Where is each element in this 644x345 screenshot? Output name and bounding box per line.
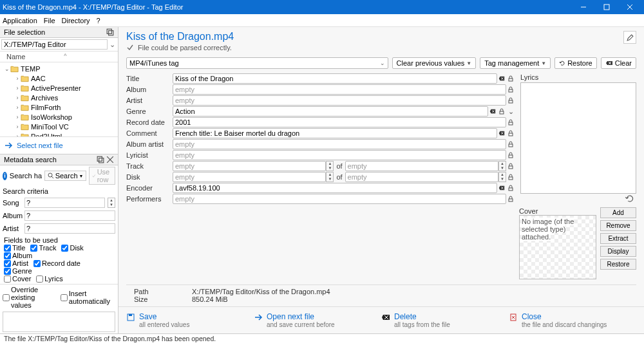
- lock-icon[interactable]: [506, 194, 515, 203]
- track-total-input[interactable]: empty: [345, 161, 498, 171]
- chevron-down-icon[interactable]: ⌄: [506, 107, 515, 116]
- chk-cover[interactable]: Cover: [4, 275, 31, 283]
- album-input[interactable]: [24, 210, 115, 221]
- minimize-button[interactable]: [572, 0, 595, 14]
- detach-icon[interactable]: [106, 28, 114, 36]
- action-delete[interactable]: Deleteall tags from the file: [381, 312, 509, 328]
- tree-name-header[interactable]: Name ^: [0, 51, 118, 62]
- album-input[interactable]: empty: [173, 84, 506, 95]
- close-panel-icon[interactable]: [106, 156, 114, 163]
- tree-node-temp[interactable]: ⌄ TEMP: [0, 64, 118, 73]
- path-chevron-icon[interactable]: ⌄: [108, 41, 117, 49]
- action-close[interactable]: Closethe file and discard changings: [509, 312, 636, 328]
- lyrics-textarea[interactable]: [520, 82, 636, 194]
- use-row-button[interactable]: Use row: [89, 167, 115, 185]
- artist-input[interactable]: empty: [173, 95, 506, 106]
- lock-icon[interactable]: [506, 129, 515, 138]
- tree-node[interactable]: ›ActivePresenter: [0, 83, 118, 93]
- expander-icon[interactable]: ›: [14, 75, 21, 82]
- cover-remove-button[interactable]: Remove: [600, 220, 636, 231]
- chk-track[interactable]: Track: [30, 244, 56, 252]
- tree-node[interactable]: ›IsoWorkshop: [0, 112, 118, 122]
- lock-icon[interactable]: [506, 85, 515, 94]
- lock-icon[interactable]: [506, 118, 515, 127]
- genre-input[interactable]: Action: [173, 106, 488, 117]
- albart-input[interactable]: empty: [173, 139, 506, 149]
- lyrics-panel: Lyrics: [520, 73, 636, 205]
- expander-icon[interactable]: ›: [14, 85, 21, 91]
- action-save[interactable]: Saveall entered values: [126, 312, 254, 328]
- chk-record-date[interactable]: Record date: [33, 259, 80, 267]
- maximize-button[interactable]: [595, 0, 618, 14]
- lock-icon[interactable]: [506, 183, 515, 192]
- track-input[interactable]: empty: [173, 161, 326, 171]
- lock-icon[interactable]: [506, 96, 515, 105]
- encoder-input[interactable]: Lavf58.19.100: [173, 183, 497, 193]
- detach-icon[interactable]: [97, 156, 104, 163]
- chk-album[interactable]: Album: [4, 252, 32, 259]
- recdate-input[interactable]: 2001: [173, 117, 506, 127]
- expander-icon[interactable]: ›: [14, 124, 21, 130]
- disk-input[interactable]: empty: [173, 172, 326, 182]
- menu-help[interactable]: ?: [97, 17, 100, 24]
- clear-field-icon[interactable]: [497, 74, 506, 83]
- chk-lyrics[interactable]: Lyrics: [36, 275, 62, 283]
- expander-icon[interactable]: ›: [14, 95, 21, 101]
- clear-button[interactable]: Clear: [601, 57, 636, 69]
- cover-restore-button[interactable]: Restore: [600, 259, 636, 270]
- chk-artist[interactable]: Artist: [4, 259, 28, 267]
- lock-icon[interactable]: [506, 74, 515, 83]
- file-tree[interactable]: ⌄ TEMP ›AAC›ActivePresenter›Archives›Fil…: [0, 62, 118, 136]
- comment-input[interactable]: French title: Le Baiser mortel du dragon: [173, 128, 497, 138]
- chk-title[interactable]: Title: [4, 244, 25, 252]
- restore-button[interactable]: Restore: [554, 57, 597, 69]
- path-input[interactable]: [1, 39, 108, 50]
- song-input[interactable]: [24, 198, 105, 208]
- cover-extract-button[interactable]: Extract: [600, 233, 636, 244]
- edit-title-button[interactable]: [623, 31, 636, 44]
- undo-icon[interactable]: [625, 195, 636, 203]
- artist-input[interactable]: [24, 223, 115, 234]
- clear-field-icon[interactable]: [488, 107, 497, 116]
- lock-icon[interactable]: [497, 107, 506, 116]
- lock-icon[interactable]: [506, 140, 515, 149]
- menu-directory[interactable]: Directory: [62, 17, 90, 24]
- menu-application[interactable]: Application: [3, 17, 37, 24]
- clear-previous-button[interactable]: Clear previous values▼: [392, 57, 477, 69]
- tree-node[interactable]: ›Archives: [0, 93, 118, 102]
- tag-type-select[interactable]: MP4/iTunes tag⌄: [126, 57, 388, 69]
- lock-icon[interactable]: [506, 172, 515, 182]
- search-button[interactable]: Search▼: [44, 171, 87, 181]
- perf-input[interactable]: empty: [173, 194, 506, 204]
- expander-icon[interactable]: ⌄: [4, 66, 10, 72]
- tree-node[interactable]: ›AAC: [0, 73, 118, 83]
- chk-override[interactable]: Override existing values: [3, 286, 55, 309]
- cover-add-button[interactable]: Add: [600, 207, 636, 218]
- song-stepper[interactable]: ▲▼: [108, 198, 115, 208]
- close-button[interactable]: [618, 0, 641, 14]
- action-open-next[interactable]: Open next fileand save current before: [254, 312, 381, 328]
- disk-total-input[interactable]: empty: [345, 172, 498, 182]
- select-next-file[interactable]: Select next file: [0, 136, 118, 154]
- lyricist-input[interactable]: empty: [173, 150, 506, 160]
- cover-display-button[interactable]: Display: [600, 246, 636, 257]
- lock-icon[interactable]: [506, 151, 515, 160]
- tree-node[interactable]: ›FilmForth: [0, 102, 118, 112]
- menu-file[interactable]: File: [44, 17, 55, 24]
- title-input[interactable]: Kiss of the Dragon: [173, 73, 497, 84]
- track-stepper[interactable]: ▲▼: [326, 161, 334, 171]
- tree-node[interactable]: ›MiniTool VC: [0, 122, 118, 131]
- chk-insert-auto[interactable]: Insert automatically: [61, 286, 110, 309]
- expander-icon[interactable]: ›: [14, 104, 21, 111]
- chk-genre[interactable]: Genre: [4, 267, 32, 275]
- clear-field-icon[interactable]: [497, 183, 506, 192]
- tree-node[interactable]: ›Pod2Html: [0, 131, 118, 136]
- disk-total-stepper[interactable]: ▲▼: [498, 172, 506, 182]
- expander-icon[interactable]: ›: [14, 114, 21, 120]
- disk-stepper[interactable]: ▲▼: [326, 172, 334, 182]
- chk-disk[interactable]: Disk: [61, 244, 83, 252]
- clear-field-icon[interactable]: [497, 129, 506, 138]
- lock-icon[interactable]: [506, 162, 515, 171]
- tag-management-button[interactable]: Tag management▼: [480, 57, 551, 69]
- track-total-stepper[interactable]: ▲▼: [498, 161, 506, 171]
